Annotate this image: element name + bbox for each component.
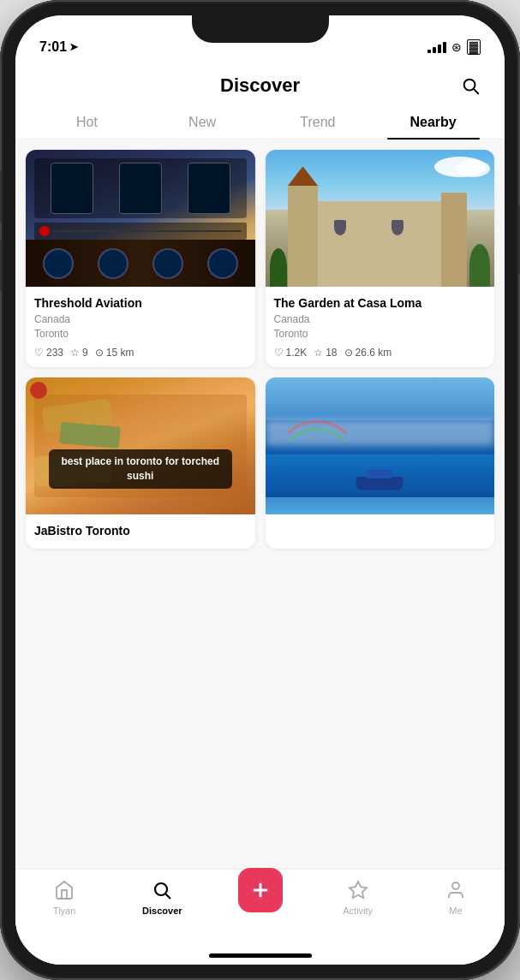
nav-label-me: Me bbox=[449, 906, 462, 916]
card-location-casa: Canada Toronto bbox=[274, 312, 487, 342]
card-info-casa-loma: The Garden at Casa Loma Canada Toronto ♡… bbox=[266, 287, 495, 367]
wifi-icon: ⊛ bbox=[451, 40, 462, 54]
stars-stat: ☆ 9 bbox=[70, 347, 88, 359]
card-info-jabistro: JaBistro Toronto bbox=[26, 514, 255, 549]
bottom-nav: Tiyan Discover bbox=[15, 869, 505, 946]
distance-stat: ⊙ 15 km bbox=[95, 347, 134, 359]
volume-up-button[interactable] bbox=[0, 171, 2, 223]
falls-image bbox=[266, 377, 495, 514]
phone-screen: 7:01 ➤ ⊛ ▓ Discover bbox=[15, 15, 505, 965]
home-bar bbox=[209, 953, 312, 958]
location-icon: ⊙ bbox=[344, 347, 353, 359]
card-falls[interactable] bbox=[266, 377, 495, 549]
card-stats: ♡ 233 ☆ 9 ⊙ 15 km bbox=[34, 347, 247, 359]
cockpit-image bbox=[26, 150, 255, 287]
discover-search-icon bbox=[150, 878, 174, 902]
page-title: Discover bbox=[63, 74, 457, 97]
svg-point-2 bbox=[155, 883, 167, 895]
nav-label-activity: Activity bbox=[343, 906, 373, 916]
time-display: 7:01 bbox=[39, 39, 67, 55]
nav-item-discover[interactable]: Discover bbox=[113, 878, 211, 916]
star-icon: ☆ bbox=[70, 347, 80, 359]
card-grid: Threshold Aviation Canada Toronto ♡ 233 bbox=[26, 150, 494, 549]
distance-stat: ⊙ 26.6 km bbox=[344, 347, 392, 359]
card-image-castle bbox=[266, 150, 495, 287]
svg-point-7 bbox=[452, 882, 459, 889]
card-title-casa: The Garden at Casa Loma bbox=[274, 295, 487, 311]
signal-icon bbox=[427, 41, 446, 53]
sushi-overlay-label: best place in toronto for torched sushi bbox=[49, 449, 232, 489]
svg-line-3 bbox=[166, 894, 171, 900]
home-indicator bbox=[15, 946, 505, 965]
scroll-content[interactable]: Threshold Aviation Canada Toronto ♡ 233 bbox=[15, 140, 505, 869]
location-icon: ⊙ bbox=[95, 347, 104, 359]
card-image-cockpit bbox=[26, 150, 255, 287]
card-location: Canada Toronto bbox=[34, 312, 247, 342]
likes-stat: ♡ 233 bbox=[34, 347, 63, 359]
search-icon bbox=[461, 76, 480, 95]
card-title: Threshold Aviation bbox=[34, 295, 247, 311]
nav-label-discover: Discover bbox=[142, 906, 182, 916]
add-button[interactable] bbox=[238, 868, 283, 912]
nav-item-add[interactable] bbox=[211, 875, 308, 912]
tab-new[interactable]: New bbox=[145, 106, 260, 139]
app-content: Discover Hot New Trend Nearby bbox=[15, 62, 505, 965]
tab-hot[interactable]: Hot bbox=[29, 106, 145, 139]
heart-icon: ♡ bbox=[34, 347, 44, 359]
nav-item-activity[interactable]: Activity bbox=[309, 878, 407, 916]
app-header: Discover bbox=[15, 62, 505, 99]
svg-marker-6 bbox=[350, 882, 367, 898]
tab-bar: Hot New Trend Nearby bbox=[15, 99, 505, 140]
nav-item-me[interactable]: Me bbox=[407, 878, 505, 916]
card-info-threshold: Threshold Aviation Canada Toronto ♡ 233 bbox=[26, 287, 255, 367]
card-stats-casa: ♡ 1.2K ☆ 18 ⊙ 26.6 km bbox=[274, 347, 487, 359]
card-threshold[interactable]: Threshold Aviation Canada Toronto ♡ 233 bbox=[26, 150, 255, 367]
notch bbox=[192, 15, 329, 43]
card-jabistro[interactable]: best place in toronto for torched sushi … bbox=[26, 377, 255, 549]
likes-stat: ♡ 1.2K bbox=[274, 347, 308, 359]
activity-star-icon bbox=[346, 878, 370, 902]
card-casa-loma[interactable]: The Garden at Casa Loma Canada Toronto ♡… bbox=[266, 150, 495, 367]
me-person-icon bbox=[444, 878, 468, 902]
tab-nearby[interactable]: Nearby bbox=[375, 106, 491, 139]
status-icons: ⊛ ▓ bbox=[427, 39, 481, 55]
home-icon bbox=[52, 878, 76, 902]
nav-label-tiyan: Tiyan bbox=[53, 906, 76, 916]
location-arrow-icon: ➤ bbox=[69, 41, 78, 53]
tab-trend[interactable]: Trend bbox=[260, 106, 376, 139]
battery-icon: ▓ bbox=[467, 39, 481, 55]
stars-stat: ☆ 18 bbox=[314, 347, 337, 359]
nav-item-tiyan[interactable]: Tiyan bbox=[15, 878, 113, 916]
star-icon: ☆ bbox=[314, 347, 323, 359]
volume-down-button[interactable] bbox=[0, 240, 2, 291]
castle-image bbox=[266, 150, 495, 287]
card-image-falls bbox=[266, 377, 495, 514]
sushi-image: best place in toronto for torched sushi bbox=[26, 377, 255, 514]
card-title-jabistro: JaBistro Toronto bbox=[34, 523, 247, 538]
card-image-sushi: best place in toronto for torched sushi bbox=[26, 377, 255, 514]
search-button[interactable] bbox=[457, 72, 484, 99]
phone-frame: 7:01 ➤ ⊛ ▓ Discover bbox=[0, 0, 520, 980]
heart-icon: ♡ bbox=[274, 347, 284, 359]
svg-line-1 bbox=[474, 89, 478, 93]
